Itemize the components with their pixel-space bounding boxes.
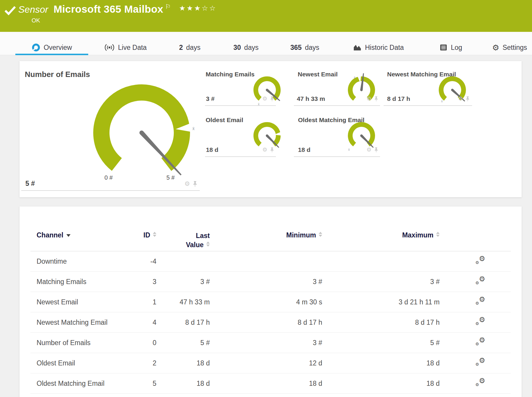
table-row-matching-emails: Matching Emails 3 3 # 3 # 3 # ⚙⚙ xyxy=(19,271,522,292)
cell-channel: Newest Matching Email xyxy=(37,319,107,327)
cell-minimum: 12 d xyxy=(234,359,322,367)
cell-last-value: 3 # xyxy=(121,278,210,286)
tab-live-data[interactable]: Live Data xyxy=(104,41,147,54)
column-header-channel[interactable]: Channel xyxy=(37,231,71,239)
tab-2-days-label: days xyxy=(186,44,201,52)
cell-minimum: 3 # xyxy=(234,339,322,347)
tab-2-days[interactable]: 2 days xyxy=(179,41,200,54)
tile-underline xyxy=(294,105,380,106)
log-list-icon xyxy=(439,44,448,51)
tab-365-days-label: days xyxy=(305,44,319,52)
channel-settings-gear-icon[interactable]: ⚙⚙ xyxy=(475,316,488,329)
tab-settings[interactable]: ⚙ Settings xyxy=(492,41,527,54)
tile-title: Oldest Matching Email xyxy=(298,117,364,124)
channel-gear-icon[interactable]: ⚙ xyxy=(262,96,267,101)
channel-pin-icon[interactable] xyxy=(374,96,378,101)
cell-last-value: 18 d xyxy=(121,359,210,367)
cell-channel: Downtime xyxy=(37,257,67,265)
channel-pin-icon[interactable] xyxy=(270,147,274,152)
channel-pin-icon[interactable] xyxy=(466,96,470,101)
tab-365-days[interactable]: 365 days xyxy=(290,41,319,54)
main-gauge-underline xyxy=(21,190,200,191)
cell-channel: Oldest Matching Email xyxy=(37,380,104,388)
channel-settings-gear-icon[interactable]: ⚙⚙ xyxy=(475,295,488,308)
stars-empty[interactable]: ☆☆ xyxy=(202,4,217,12)
table-row-newest-email: Newest Email 1 47 h 33 m 4 m 30 s 3 d 21… xyxy=(19,292,522,312)
main-gauge-average-marker-label: x̄ xyxy=(192,126,195,131)
cell-maximum: 18 d xyxy=(351,359,440,367)
historic-data-chart-icon xyxy=(353,43,362,52)
channel-gear-icon[interactable]: ⚙ xyxy=(458,96,463,101)
tile-value: 18 d xyxy=(206,146,218,153)
priority-flag-icon[interactable]: ⚐ xyxy=(165,3,171,10)
sort-active-desc-icon xyxy=(66,234,71,237)
cell-maximum: 3 # xyxy=(351,278,440,286)
tab-30-days-label: days xyxy=(244,44,259,52)
channel-gear-icon[interactable]: ⚙ xyxy=(366,147,371,152)
channel-settings-gear-icon[interactable]: ⚙⚙ xyxy=(475,356,488,369)
column-header-minimum[interactable]: Minimum xyxy=(234,231,322,239)
table-row-oldest-matching-email: Oldest Matching Email 5 18 d 18 d 18 d ⚙… xyxy=(19,373,522,393)
tile-average-marker-label: x̄ xyxy=(348,148,350,151)
column-header-maximum[interactable]: Maximum xyxy=(351,231,440,239)
status-ok-check-icon xyxy=(4,5,17,16)
cell-minimum: 4 m 30 s xyxy=(234,298,322,306)
tile-value: 18 d xyxy=(298,146,310,153)
channel-table-panel: Channel ID LastValue Minimum Maximum Dow… xyxy=(19,206,522,397)
tile-underline xyxy=(294,156,380,157)
channel-settings-gear-icon[interactable]: ⚙⚙ xyxy=(475,255,488,268)
tab-overview[interactable]: Overview xyxy=(15,41,88,54)
main-gauge-value: 5 # xyxy=(25,180,35,188)
channel-gear-icon[interactable]: ⚙ xyxy=(184,181,190,187)
cell-minimum: 8 d 17 h xyxy=(234,319,322,327)
channel-pin-icon[interactable] xyxy=(270,96,274,101)
cell-last-value: 47 h 33 m xyxy=(121,298,210,306)
tab-bar: Overview Live Data 2 days 30 days 365 da… xyxy=(0,32,532,55)
channel-pin-icon[interactable] xyxy=(374,147,378,152)
channel-settings-gear-icon[interactable]: ⚙⚙ xyxy=(475,336,488,349)
cell-channel: Newest Email xyxy=(37,298,78,306)
cell-last-value: 18 d xyxy=(121,380,210,388)
cell-channel: Number of Emails xyxy=(37,339,91,347)
sort-arrows-icon xyxy=(319,232,322,237)
channel-gear-icon[interactable]: ⚙ xyxy=(366,96,371,101)
cell-last-value: 8 d 17 h xyxy=(121,319,210,327)
cell-channel: Matching Emails xyxy=(37,278,86,286)
sensor-kind-label: Sensor xyxy=(18,2,48,17)
tab-overview-label: Overview xyxy=(44,44,72,52)
tile-underline xyxy=(205,105,276,106)
table-row-oldest-email: Oldest Email 2 18 d 12 d 18 d ⚙⚙ xyxy=(19,353,522,373)
priority-star-rating[interactable]: ★★★☆☆ xyxy=(179,4,217,12)
tab-historic-data[interactable]: Historic Data xyxy=(353,41,404,54)
gauges-canvas: x̄ x̄ x̄ x̄ xyxy=(19,61,522,197)
tab-log-label: Log xyxy=(451,44,462,52)
table-row-number-of-emails: Number of Emails 0 5 # 3 # 5 # ⚙⚙ xyxy=(19,332,522,353)
tab-settings-label: Settings xyxy=(502,44,527,52)
main-gauge-scale-max: 5 # xyxy=(166,174,175,181)
stars-filled[interactable]: ★★★ xyxy=(179,4,202,12)
sort-arrows-icon xyxy=(436,232,440,237)
tab-30-days[interactable]: 30 days xyxy=(233,41,258,54)
cell-minimum: 18 d xyxy=(234,380,322,388)
tile-average-marker-label: x̄ xyxy=(354,76,356,79)
main-gauge[interactable]: x̄ xyxy=(85,76,198,189)
channel-gear-icon[interactable]: ⚙ xyxy=(262,147,267,152)
tile-value: 8 d 17 h xyxy=(387,95,410,102)
tab-365-days-number: 365 xyxy=(290,44,302,52)
channel-settings-gear-icon[interactable]: ⚙⚙ xyxy=(475,275,488,288)
tab-live-data-label: Live Data xyxy=(118,44,147,52)
tile-value: 47 h 33 m xyxy=(297,95,325,102)
cell-id: -4 xyxy=(97,257,156,265)
tab-log[interactable]: Log xyxy=(439,41,462,54)
channel-settings-gear-icon[interactable]: ⚙⚙ xyxy=(475,377,488,390)
cell-maximum: 8 d 17 h xyxy=(351,319,440,327)
cell-maximum: 5 # xyxy=(351,339,440,347)
cell-channel: Oldest Email xyxy=(37,359,75,367)
column-header-last-value[interactable]: LastValue xyxy=(121,231,210,250)
main-gauge-scale-min: 0 # xyxy=(104,174,113,181)
tile-title: Newest Matching Email xyxy=(387,71,456,78)
active-tab-underline xyxy=(15,54,88,55)
tab-2-days-number: 2 xyxy=(179,44,183,52)
table-row-downtime: Downtime -4 ⚙⚙ xyxy=(19,251,522,271)
channel-pin-icon[interactable] xyxy=(193,181,197,187)
